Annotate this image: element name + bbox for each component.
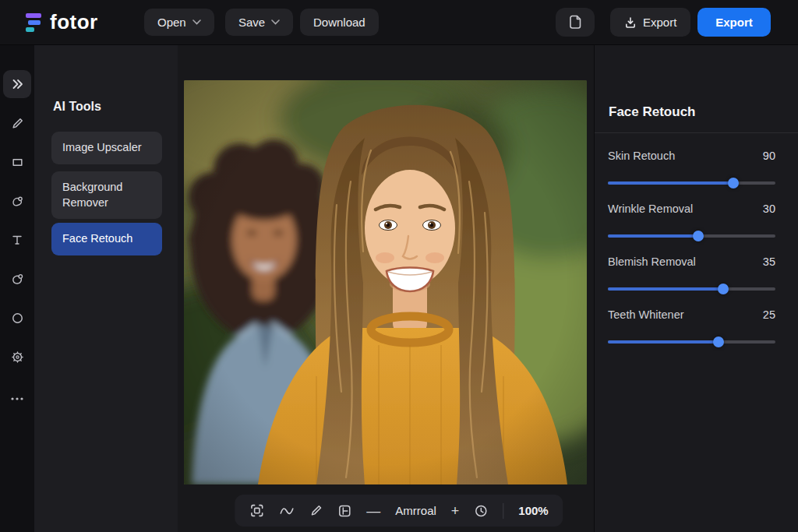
pencil-tool-button-bottom[interactable] — [309, 504, 323, 517]
ai-tools-title: AI Tools — [53, 100, 101, 114]
slider-track[interactable] — [608, 231, 775, 241]
slider-value: 90 — [763, 150, 775, 162]
settings-button[interactable] — [3, 343, 31, 371]
curve-tool-button[interactable] — [279, 506, 295, 516]
slider-thumb[interactable] — [713, 336, 724, 347]
toolbar-divider — [503, 503, 503, 519]
gear-icon — [11, 351, 24, 364]
shapes-icon — [11, 195, 24, 208]
slider-label: Skin Retouch — [608, 150, 675, 162]
shapes-tool-button[interactable] — [3, 187, 31, 215]
slider-track[interactable] — [608, 336, 775, 347]
panel-divider — [595, 132, 798, 133]
layout-button[interactable] — [337, 504, 351, 518]
tool-background-remover[interactable]: Background Remover — [51, 171, 162, 219]
export-secondary-label: Export — [643, 16, 676, 29]
slider-label: Teeth Whitener — [608, 308, 684, 321]
ai-tools-panel: AI Tools Image Upscaler Background Remov… — [34, 45, 178, 532]
slider-value: 35 — [763, 255, 775, 268]
tool-image-upscaler[interactable]: Image Upscaler — [51, 132, 162, 164]
top-bar: fotor Open Save Download Export Export — [0, 0, 798, 45]
pencil-icon — [11, 117, 24, 130]
slider-value: 30 — [763, 203, 775, 215]
lasso-icon — [11, 273, 24, 286]
chevron-down-icon — [192, 19, 201, 25]
slider-label: Blemish Removal — [608, 255, 696, 268]
adjust-tool-button[interactable] — [3, 304, 31, 332]
pencil-icon — [309, 504, 323, 517]
contrast-icon — [11, 312, 24, 325]
slider-teeth-whitener: Teeth Whitener 25 — [608, 308, 775, 352]
export-secondary-button[interactable]: Export — [610, 8, 690, 37]
text-tool-button[interactable] — [3, 226, 31, 254]
download-tray-icon — [624, 16, 637, 29]
export-primary-button[interactable]: Export — [697, 8, 771, 37]
save-button-label: Save — [238, 16, 265, 29]
wave-icon — [279, 506, 295, 516]
slider-skin-retouch: Skin Retouch 90 — [608, 150, 775, 193]
collapse-panel-button[interactable] — [3, 70, 31, 98]
copy-document-button[interactable] — [556, 8, 595, 37]
tool-face-retouch[interactable]: Face Retouch — [51, 223, 162, 255]
ellipsis-icon — [10, 396, 24, 401]
panel-title: Face Retouch — [609, 104, 695, 120]
slider-thumb[interactable] — [728, 178, 739, 188]
photo-image — [184, 80, 587, 484]
crop-tool-button[interactable] — [3, 148, 31, 176]
pencil-tool-button[interactable] — [3, 109, 31, 137]
preset-label: Amrroal — [395, 504, 436, 517]
slider-thumb[interactable] — [718, 284, 729, 294]
chevrons-right-icon — [11, 78, 24, 90]
document-icon — [569, 15, 582, 30]
zoom-in-button[interactable]: + — [451, 504, 460, 518]
tool-rail — [0, 45, 34, 532]
open-button[interactable]: Open — [144, 9, 214, 36]
fotor-logo[interactable]: fotor — [26, 10, 98, 34]
more-tools-button[interactable] — [3, 385, 31, 413]
slider-value: 25 — [763, 308, 775, 321]
open-button-label: Open — [157, 16, 186, 29]
history-button[interactable] — [474, 504, 488, 518]
zoom-level: 100% — [518, 504, 548, 517]
clock-icon — [474, 504, 488, 518]
download-button[interactable]: Download — [300, 9, 379, 36]
canvas-toolbar: — Amrroal + 100% — [235, 495, 563, 527]
fit-screen-icon — [249, 503, 264, 518]
text-icon — [11, 234, 23, 246]
logo-text: fotor — [50, 10, 98, 34]
download-button-label: Download — [313, 16, 365, 29]
chevron-down-icon — [271, 19, 280, 25]
export-primary-label: Export — [715, 16, 753, 29]
fotor-logo-icon — [26, 12, 43, 33]
zoom-out-button[interactable]: — — [366, 504, 380, 518]
portrait-photo — [184, 80, 587, 484]
slider-thumb[interactable] — [693, 231, 704, 241]
face-retouch-panel: Face Retouch Skin Retouch 90 Wrinkle Rem… — [594, 45, 798, 532]
editor-canvas — [178, 45, 594, 532]
fit-screen-button[interactable] — [249, 503, 264, 518]
slider-track[interactable] — [608, 178, 775, 188]
crop-icon — [11, 156, 24, 169]
layout-icon — [337, 504, 351, 518]
lasso-tool-button[interactable] — [3, 265, 31, 293]
slider-wrinkle-removal: Wrinkle Removal 30 — [608, 203, 775, 246]
slider-label: Wrinkle Removal — [608, 203, 693, 215]
slider-blemish-removal: Blemish Removal 35 — [608, 255, 775, 299]
slider-track[interactable] — [608, 284, 775, 294]
save-button[interactable]: Save — [225, 9, 293, 36]
